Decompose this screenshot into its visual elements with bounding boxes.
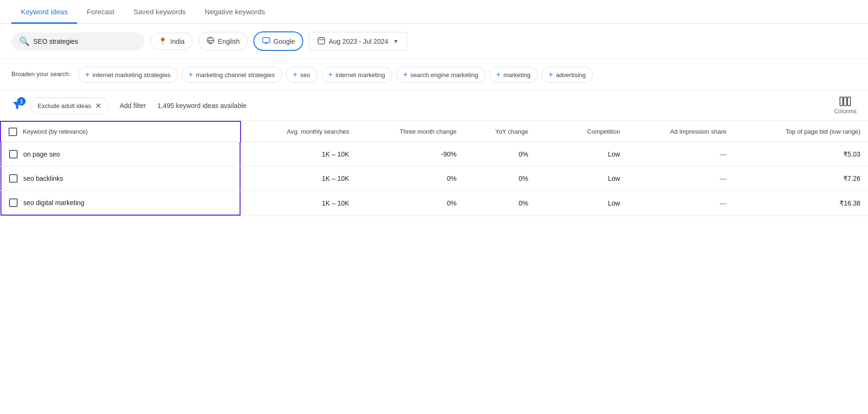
date-range-label: Aug 2023 - Jul 2024 [328, 38, 388, 45]
tab-negative-keywords[interactable]: Negative keywords [195, 0, 275, 24]
translate-icon [206, 36, 215, 46]
chip-label: seo [300, 71, 310, 79]
row-2-yoy: 0% [464, 191, 536, 216]
col-label-keyword: Keyword (by relevance) [23, 128, 88, 136]
search-input[interactable] [33, 38, 128, 45]
close-icon[interactable]: ✕ [95, 101, 101, 110]
location-icon: 📍 [158, 37, 167, 46]
row-2-top-bid: ₹16.38 [734, 191, 868, 216]
chip-marketing-channel-strategies[interactable]: + marketing channel strategies [182, 67, 282, 83]
row-0-top-bid: ₹5.03 [734, 142, 868, 167]
col-header-competition[interactable]: Competition [536, 121, 627, 142]
row-1-competition: Low [536, 167, 627, 191]
row-2-ad-impression: — [627, 191, 734, 216]
select-all-checkbox[interactable] [9, 128, 17, 136]
tab-forecast[interactable]: Forecast [77, 0, 124, 24]
table-wrapper: Keyword (by relevance) Avg. monthly sear… [0, 121, 868, 216]
tab-saved-keywords[interactable]: Saved keywords [124, 0, 195, 24]
keyword-1-label: seo backlinks [23, 175, 63, 182]
col-header-yoy[interactable]: YoY change [464, 121, 536, 142]
row-0-checkbox[interactable] [9, 150, 18, 158]
plus-icon: + [293, 70, 297, 79]
columns-button[interactable]: Columns [834, 97, 857, 115]
plus-icon: + [85, 70, 89, 79]
filter-badge: 1 [17, 97, 26, 106]
col-header-three-month[interactable]: Three month change [357, 121, 464, 142]
chip-label: search engine marketing [410, 71, 478, 79]
col-header-top-bid[interactable]: Top of page bid (low range) [734, 121, 868, 142]
main-container: Keyword ideas Forecast Saved keywords Ne… [0, 0, 868, 414]
row-1-checkbox[interactable] [9, 174, 18, 183]
row-2-checkbox[interactable] [9, 198, 18, 207]
chip-marketing[interactable]: + marketing [489, 67, 538, 83]
svg-rect-4 [318, 38, 325, 44]
col-header-avg-monthly[interactable]: Avg. monthly searches [241, 121, 357, 142]
plus-icon: + [328, 70, 333, 79]
search-box[interactable]: 🔍 [11, 32, 145, 50]
row-1-top-bid: ₹7.26 [734, 167, 868, 191]
monitor-icon [262, 36, 270, 46]
network-filter[interactable]: Google [253, 31, 303, 51]
svg-rect-8 [840, 97, 843, 106]
calendar-icon [317, 36, 326, 46]
chevron-down-icon: ▼ [393, 38, 399, 45]
chip-seo[interactable]: + seo [286, 67, 317, 83]
chips-container: + internet marketing strategies + market… [78, 67, 593, 83]
row-1-three-month: 0% [357, 167, 464, 191]
chip-search-engine-marketing[interactable]: + search engine marketing [396, 67, 485, 83]
keyword-count-label: 1,495 keyword ideas available [157, 102, 247, 109]
add-filter-button[interactable]: Add filter [116, 100, 150, 111]
keyword-cell-0: on page seo [0, 142, 241, 166]
keyword-cell-2: seo digital marketing [0, 191, 241, 216]
table-header-row: Keyword (by relevance) Avg. monthly sear… [0, 121, 868, 142]
location-filter[interactable]: 📍 India [150, 33, 193, 50]
chip-label: marketing [503, 71, 530, 79]
columns-label: Columns [834, 108, 857, 115]
table-row: on page seo 1K – 10K -90% 0% Low — ₹5.03 [0, 142, 868, 167]
toolbar: 1 Exclude adult ideas ✕ Add filter 1,495… [0, 91, 868, 121]
keyword-0-label: on page seo [23, 150, 60, 158]
col-header-keyword[interactable]: Keyword (by relevance) [0, 121, 241, 142]
row-2-avg-monthly: 1K – 10K [241, 191, 357, 216]
svg-rect-1 [263, 38, 270, 43]
filter-bar: 🔍 📍 India English Google Aug 2023 - Jul … [0, 24, 868, 59]
keyword-cell-1: seo backlinks [0, 167, 241, 190]
broaden-label: Broaden your search: [11, 67, 70, 78]
plus-icon: + [549, 70, 553, 79]
row-1-yoy: 0% [464, 167, 536, 191]
plus-icon: + [496, 70, 501, 79]
row-2-competition: Low [536, 191, 627, 216]
row-1-avg-monthly: 1K – 10K [241, 167, 357, 191]
row-0-competition: Low [536, 142, 627, 167]
exclude-adult-pill[interactable]: Exclude adult ideas ✕ [30, 98, 108, 114]
row-0-three-month: -90% [357, 142, 464, 167]
keyword-2-label: seo digital marketing [23, 199, 84, 207]
language-label: English [218, 38, 240, 45]
filter-icon-wrapper[interactable]: 1 [11, 100, 23, 111]
chip-label: internet marketing strategies [93, 71, 171, 79]
row-0-yoy: 0% [464, 142, 536, 167]
language-filter[interactable]: English [198, 32, 248, 50]
plus-icon: + [189, 70, 193, 79]
tabs-bar: Keyword ideas Forecast Saved keywords Ne… [0, 0, 868, 24]
row-0-avg-monthly: 1K – 10K [241, 142, 357, 167]
date-range-picker[interactable]: Aug 2023 - Jul 2024 ▼ [309, 32, 406, 50]
location-label: India [170, 38, 184, 45]
tab-keyword-ideas[interactable]: Keyword ideas [11, 0, 77, 24]
exclude-adult-label: Exclude adult ideas [38, 102, 91, 109]
network-label: Google [273, 38, 295, 45]
keywords-table: Keyword (by relevance) Avg. monthly sear… [0, 121, 868, 216]
row-0-ad-impression: — [627, 142, 734, 167]
svg-rect-9 [844, 97, 847, 106]
row-2-three-month: 0% [357, 191, 464, 216]
search-icon: 🔍 [19, 36, 29, 47]
table-row: seo backlinks 1K – 10K 0% 0% Low — ₹7.26 [0, 167, 868, 191]
broaden-search-section: Broaden your search: + internet marketin… [0, 59, 868, 91]
chip-internet-marketing[interactable]: + internet marketing [321, 67, 392, 83]
chip-advertising[interactable]: + advertising [541, 67, 593, 83]
row-1-ad-impression: — [627, 167, 734, 191]
chip-label: advertising [556, 71, 586, 79]
svg-rect-10 [848, 97, 850, 106]
chip-internet-marketing-strategies[interactable]: + internet marketing strategies [78, 67, 177, 83]
col-header-ad-impression[interactable]: Ad impression share [627, 121, 734, 142]
